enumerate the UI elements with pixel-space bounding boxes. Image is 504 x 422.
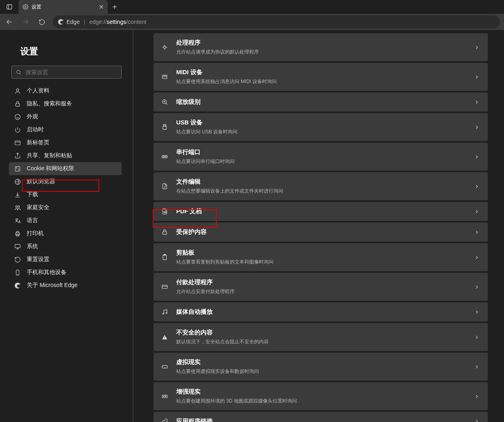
url-text: edge://settings/content — [89, 19, 146, 25]
permission-item-12[interactable]: 虚拟现实 站点要使用虚拟现实设备和数据时询问 — [154, 353, 488, 381]
family-icon — [14, 204, 21, 211]
svg-point-23 — [18, 206, 19, 207]
sidebar-item-0[interactable]: 个人资料 — [9, 84, 122, 97]
ar-icon — [160, 393, 169, 400]
usb-icon — [160, 124, 169, 131]
sidebar-item-2[interactable]: 外观 — [9, 110, 122, 123]
svg-point-58 — [163, 396, 164, 397]
settings-search[interactable] — [11, 66, 122, 79]
permission-title: PDF 文档 — [176, 208, 467, 215]
addressbar[interactable]: Edge | edge://settings/content — [53, 15, 500, 28]
permission-item-9[interactable]: 付款处理程序 允许站点安装付款处理程序 — [154, 273, 488, 301]
chevron-right-icon — [474, 209, 480, 214]
permission-item-10[interactable]: 媒体自动播放 — [154, 302, 488, 321]
brand-label: Edge — [66, 19, 80, 25]
tab-title: 设置 — [32, 4, 41, 11]
chevron-right-icon — [474, 364, 480, 370]
tab-actions-button[interactable] — [0, 0, 19, 14]
sidebar-item-label: 重置设置 — [27, 256, 49, 263]
permission-title: USB 设备 — [176, 119, 467, 126]
permission-body: 处理程序 允许站点请求成为协议的默认处理程序 — [176, 39, 467, 56]
svg-point-55 — [166, 313, 167, 314]
midi-icon — [160, 73, 169, 80]
permission-item-2[interactable]: 缩放级别 — [154, 92, 488, 111]
sidebar-item-11[interactable]: 打印机 — [9, 227, 122, 240]
site-identity[interactable]: Edge — [58, 19, 80, 25]
tab-close-button[interactable] — [99, 4, 104, 9]
svg-rect-0 — [7, 5, 12, 9]
forward-button[interactable] — [18, 15, 33, 28]
sidebar-item-13[interactable]: 重置设置 — [9, 253, 122, 266]
sidebar-item-12[interactable]: 系统 — [9, 240, 122, 253]
svg-rect-57 — [162, 395, 167, 398]
chevron-right-icon — [474, 124, 480, 130]
svg-point-45 — [163, 156, 163, 157]
sidebar-item-label: 家庭安全 — [27, 204, 49, 211]
permission-item-5[interactable]: 文件编辑 在站点想要编辑设备上的文件或文件夹时进行询问 — [154, 172, 488, 200]
sidebar-item-3[interactable]: 启动时 — [9, 123, 122, 136]
permission-desc: 站点要使用虚拟现实设备和数据时询问 — [176, 368, 467, 375]
gear-icon — [23, 4, 28, 10]
chevron-right-icon — [474, 154, 480, 160]
chevron-right-icon — [474, 255, 480, 260]
permission-title: 受保护内容 — [176, 228, 467, 236]
permission-body: 虚拟现实 站点要使用虚拟现实设备和数据时询问 — [176, 358, 467, 375]
person-icon — [14, 88, 21, 94]
permission-item-7[interactable]: 受保护内容 — [154, 223, 488, 242]
permission-item-3[interactable]: USB 设备 站点要访问 USB 设备时询问 — [154, 113, 488, 141]
sidebar-item-4[interactable]: 新标签页 — [9, 136, 122, 149]
svg-point-9 — [17, 70, 20, 73]
printer-icon — [14, 230, 21, 237]
permission-item-11[interactable]: 不安全的内容 默认情况下，安全站点会阻止不安全的内容 — [154, 323, 488, 351]
sidebar-item-10[interactable]: 语言 — [9, 214, 122, 227]
sidebar-item-1[interactable]: 隐私、搜索和服务 — [9, 97, 122, 110]
sidebar-item-5[interactable]: 共享、复制和粘贴 — [9, 149, 122, 162]
svg-rect-44 — [162, 156, 167, 158]
sidebar-item-label: 启动时 — [27, 126, 44, 133]
permission-item-14[interactable]: 应用程序链接 — [154, 412, 488, 422]
sidebar-item-label: 共享、复制和粘贴 — [27, 152, 72, 159]
sidebar-item-9[interactable]: 家庭安全 — [9, 201, 122, 214]
sidebar-item-6[interactable]: Cookie 和网站权限 — [9, 162, 122, 175]
permission-item-13[interactable]: 增强现实 站点要创建周围环境的 3D 地图或跟踪摄像头位置时询问 — [154, 382, 488, 410]
edge-icon — [58, 19, 64, 25]
svg-rect-52 — [162, 285, 167, 289]
permission-item-4[interactable]: 串行端口 站点要访问串行端口时询问 — [154, 143, 488, 171]
chevron-right-icon — [474, 74, 480, 80]
sidebar-item-label: Cookie 和网站权限 — [27, 165, 74, 172]
refresh-button[interactable] — [34, 15, 49, 28]
search-input[interactable] — [26, 69, 117, 75]
language-icon — [14, 217, 21, 224]
sidebar-item-15[interactable]: 关于 Microsoft Edge — [9, 279, 122, 292]
sidebar-item-7[interactable]: 默认浏览器 — [9, 175, 122, 188]
svg-rect-26 — [15, 244, 20, 248]
browser-tab[interactable]: 设置 — [19, 0, 108, 14]
new-tab-button[interactable] — [108, 0, 122, 14]
back-button[interactable] — [2, 15, 17, 28]
sidebar-item-label: 打印机 — [27, 230, 44, 237]
permission-title: 增强现实 — [176, 388, 467, 396]
cookie-icon — [14, 165, 21, 172]
browser-icon — [14, 178, 21, 185]
svg-point-22 — [15, 206, 17, 207]
titlebar: 设置 — [0, 0, 504, 14]
svg-line-39 — [166, 103, 167, 105]
search-icon — [16, 69, 21, 75]
permission-title: 处理程序 — [176, 39, 467, 47]
permission-item-0[interactable]: 处理程序 允许站点请求成为协议的默认处理程序 — [154, 33, 488, 61]
svg-rect-17 — [15, 166, 19, 171]
svg-rect-12 — [15, 103, 19, 106]
permission-title: 缩放级别 — [176, 98, 467, 106]
permission-title: 不安全的内容 — [176, 329, 467, 336]
appearance-icon — [14, 114, 21, 120]
sidebar-item-8[interactable]: 下载 — [9, 188, 122, 201]
chevron-right-icon — [474, 229, 480, 235]
permission-item-1[interactable]: MIDI 设备 站点要使用系统独占消息访问 MIDI 设备时询问 — [154, 63, 488, 91]
permission-body: 串行端口 站点要访问串行端口时询问 — [176, 148, 467, 165]
permission-item-8[interactable]: 剪贴板 站点要查看复制到剪贴板的文本和图像时询问 — [154, 243, 488, 271]
sidebar-item-14[interactable]: 手机和其他设备 — [9, 266, 122, 279]
svg-point-54 — [162, 313, 164, 314]
main-area: 设置 个人资料隐私、搜索和服务外观启动时新标签页共享、复制和粘贴Cookie 和… — [0, 30, 504, 422]
share-icon — [14, 152, 21, 159]
permission-item-6[interactable]: PDF PDF 文档 — [154, 202, 488, 221]
